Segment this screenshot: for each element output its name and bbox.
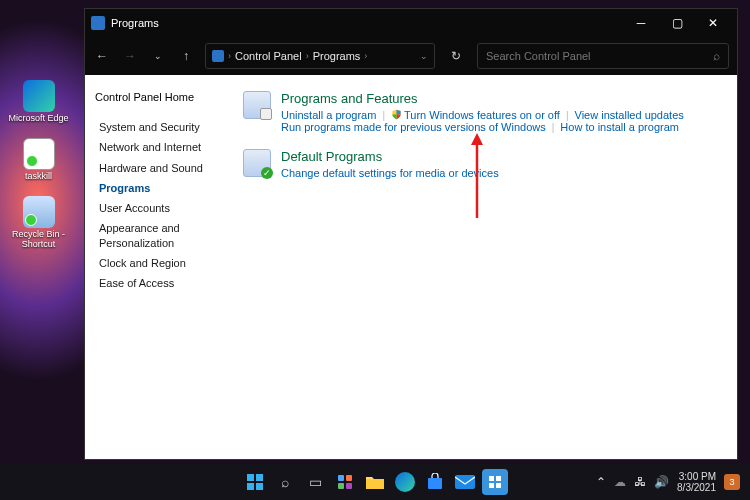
desktop-icon-edge[interactable]: Microsoft Edge bbox=[6, 80, 71, 124]
svg-rect-7 bbox=[346, 475, 352, 481]
tray-date: 8/3/2021 bbox=[677, 482, 716, 493]
toolbar: ← → ⌄ ↑ › Control Panel › Programs › ⌄ ↻… bbox=[85, 37, 737, 75]
desktop-icon-label: taskkill bbox=[25, 172, 52, 182]
svg-rect-10 bbox=[366, 479, 384, 489]
sidebar-item-appearance[interactable]: Appearance and Personalization bbox=[95, 218, 215, 253]
desktop-icons: Microsoft Edge taskkill Recycle Bin - Sh… bbox=[6, 80, 71, 250]
separator: | bbox=[566, 110, 569, 121]
svg-rect-9 bbox=[346, 483, 352, 489]
desktop-icon-label: Recycle Bin - Shortcut bbox=[6, 230, 71, 250]
content-area: Control Panel Home System and Security N… bbox=[85, 75, 737, 459]
svg-rect-6 bbox=[338, 475, 344, 481]
control-panel-icon bbox=[212, 50, 224, 62]
back-button[interactable]: ← bbox=[93, 49, 111, 63]
svg-rect-8 bbox=[338, 483, 344, 489]
search-icon[interactable]: ⌕ bbox=[713, 49, 720, 63]
taskbar-clock[interactable]: 3:00 PM 8/3/2021 bbox=[677, 471, 716, 493]
svg-rect-4 bbox=[247, 483, 254, 490]
maximize-button[interactable]: ▢ bbox=[659, 9, 695, 37]
separator: | bbox=[382, 110, 385, 121]
separator: | bbox=[552, 122, 555, 133]
svg-rect-15 bbox=[489, 483, 494, 488]
search-button[interactable]: ⌕ bbox=[272, 469, 298, 495]
taskbar-store[interactable] bbox=[422, 469, 448, 495]
sidebar-item-ease-of-access[interactable]: Ease of Access bbox=[95, 273, 215, 293]
svg-rect-12 bbox=[455, 475, 475, 489]
taskbar-center: ⌕ ▭ bbox=[242, 469, 508, 495]
sidebar-item-system-security[interactable]: System and Security bbox=[95, 117, 215, 137]
control-panel-window: Programs ─ ▢ ✕ ← → ⌄ ↑ › Control Panel ›… bbox=[84, 8, 738, 460]
taskbar-edge[interactable] bbox=[392, 469, 418, 495]
chevron-right-icon: › bbox=[306, 51, 309, 61]
forward-button[interactable]: → bbox=[121, 49, 139, 63]
svg-rect-11 bbox=[428, 478, 442, 489]
widgets-button[interactable] bbox=[332, 469, 358, 495]
link-uninstall-program[interactable]: Uninstall a program bbox=[281, 109, 376, 121]
chevron-right-icon: › bbox=[364, 51, 367, 61]
annotation-arrow-icon bbox=[467, 133, 487, 223]
search-box[interactable]: ⌕ bbox=[477, 43, 729, 69]
refresh-button[interactable]: ↻ bbox=[445, 49, 467, 63]
svg-rect-5 bbox=[256, 483, 263, 490]
close-button[interactable]: ✕ bbox=[695, 9, 731, 37]
default-programs-icon bbox=[243, 149, 271, 177]
edge-icon bbox=[23, 80, 55, 112]
section-heading[interactable]: Default Programs bbox=[281, 149, 719, 164]
svg-marker-1 bbox=[471, 133, 483, 145]
svg-rect-14 bbox=[496, 476, 501, 481]
notifications-button[interactable]: 3 bbox=[724, 474, 740, 490]
address-dropdown[interactable]: ⌄ bbox=[420, 51, 428, 61]
sidebar-home[interactable]: Control Panel Home bbox=[95, 91, 215, 103]
svg-rect-2 bbox=[247, 474, 254, 481]
sidebar-item-clock-region[interactable]: Clock and Region bbox=[95, 253, 215, 273]
recent-locations-button[interactable]: ⌄ bbox=[149, 51, 167, 61]
sidebar-item-programs[interactable]: Programs bbox=[95, 178, 215, 198]
watermark: 系统之家 bbox=[608, 425, 732, 455]
desktop-icon-recycle-bin[interactable]: Recycle Bin - Shortcut bbox=[6, 196, 71, 250]
svg-rect-16 bbox=[496, 483, 501, 488]
taskbar-explorer[interactable] bbox=[362, 469, 388, 495]
taskbar-mail[interactable] bbox=[452, 469, 478, 495]
sidebar-item-user-accounts[interactable]: User Accounts bbox=[95, 198, 215, 218]
volume-icon[interactable]: 🔊 bbox=[654, 475, 669, 489]
section-heading[interactable]: Programs and Features bbox=[281, 91, 719, 106]
onedrive-icon[interactable]: ☁ bbox=[614, 475, 626, 489]
file-icon bbox=[23, 138, 55, 170]
task-view-button[interactable]: ▭ bbox=[302, 469, 328, 495]
titlebar[interactable]: Programs ─ ▢ ✕ bbox=[85, 9, 737, 37]
link-how-install[interactable]: How to install a program bbox=[560, 121, 679, 133]
tray-chevron-icon[interactable]: ⌃ bbox=[596, 475, 606, 489]
address-bar[interactable]: › Control Panel › Programs › ⌄ bbox=[205, 43, 435, 69]
svg-rect-3 bbox=[256, 474, 263, 481]
programs-features-icon bbox=[243, 91, 271, 119]
sidebar-item-network[interactable]: Network and Internet bbox=[95, 137, 215, 157]
link-windows-features[interactable]: Turn Windows features on or off bbox=[391, 109, 560, 121]
recycle-bin-icon bbox=[23, 196, 55, 228]
uac-shield-icon bbox=[391, 109, 402, 120]
link-compat-programs[interactable]: Run programs made for previous versions … bbox=[281, 121, 546, 133]
chevron-right-icon: › bbox=[228, 51, 231, 61]
network-icon[interactable]: 🖧 bbox=[634, 475, 646, 489]
svg-rect-13 bbox=[489, 476, 494, 481]
breadcrumb-item[interactable]: Control Panel bbox=[235, 50, 302, 62]
start-button[interactable] bbox=[242, 469, 268, 495]
minimize-button[interactable]: ─ bbox=[623, 9, 659, 37]
sidebar-item-hardware[interactable]: Hardware and Sound bbox=[95, 158, 215, 178]
system-tray: ⌃ ☁ 🖧 🔊 3:00 PM 8/3/2021 3 bbox=[596, 471, 740, 493]
link-installed-updates[interactable]: View installed updates bbox=[575, 109, 684, 121]
desktop-icon-taskkill[interactable]: taskkill bbox=[6, 138, 71, 182]
breadcrumb-item[interactable]: Programs bbox=[313, 50, 361, 62]
section-programs-features: Programs and Features Uninstall a progra… bbox=[243, 91, 719, 133]
window-icon bbox=[91, 16, 105, 30]
desktop-icon-label: Microsoft Edge bbox=[8, 114, 68, 124]
search-input[interactable] bbox=[486, 50, 707, 62]
tray-time: 3:00 PM bbox=[677, 471, 716, 482]
taskbar-settings[interactable] bbox=[482, 469, 508, 495]
sidebar: Control Panel Home System and Security N… bbox=[85, 75, 225, 459]
window-title: Programs bbox=[111, 17, 623, 29]
up-button[interactable]: ↑ bbox=[177, 49, 195, 63]
main-panel: Programs and Features Uninstall a progra… bbox=[225, 75, 737, 459]
taskbar[interactable]: ⌕ ▭ ⌃ ☁ 🖧 🔊 3:00 PM 8/3/2021 3 bbox=[0, 464, 750, 500]
